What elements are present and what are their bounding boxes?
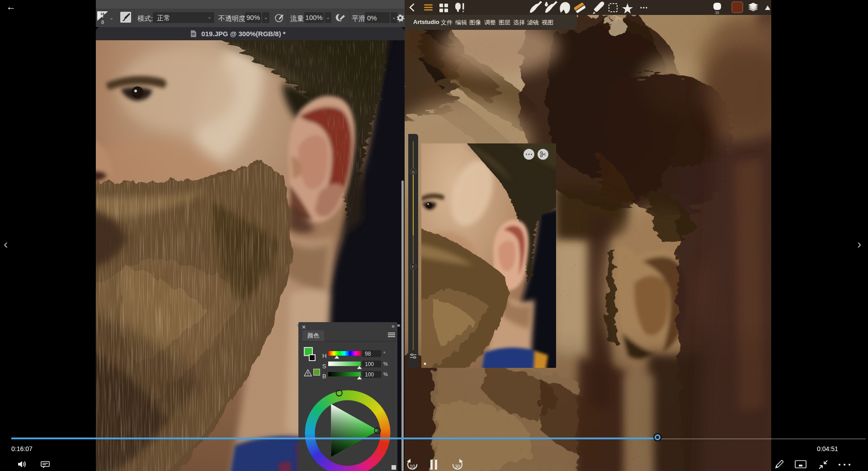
svg-text:S: S [412,170,415,174]
svg-text:16: 16 [100,12,104,16]
svg-text:F: F [412,265,415,269]
svg-text:10: 10 [410,464,415,469]
svg-text:8: 8 [101,19,104,24]
svg-text:38: 38 [715,10,719,15]
svg-text:30: 30 [455,464,460,469]
